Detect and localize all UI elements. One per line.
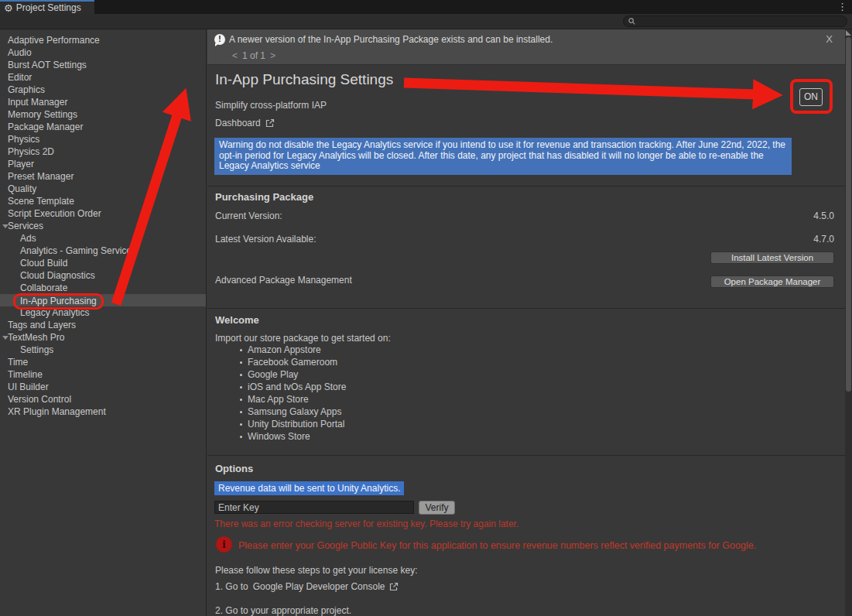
sidebar-item-label: Adaptive Performance (8, 34, 100, 46)
latest-version-value: 4.7.0 (813, 234, 834, 245)
error-info-icon: i (216, 536, 232, 553)
sidebar-item-label-annotated: In-App Purchasing (13, 293, 104, 310)
sidebar-item-cloud-diagnostics[interactable]: Cloud Diagnostics (0, 269, 206, 282)
dashboard-link[interactable]: Dashboard (215, 118, 275, 128)
store-list-item: Unity Distribution Portal (240, 418, 346, 430)
sidebar-item-label: UI Builder (8, 381, 49, 393)
pager-text: 1 of 1 (242, 50, 265, 61)
sidebar-item-analytics-gaming-services[interactable]: Analytics - Gaming Services (0, 245, 206, 257)
toolbar (0, 14, 852, 29)
sidebar-item-package-manager[interactable]: Package Manager (0, 121, 206, 133)
sidebar-item-preset-manager[interactable]: Preset Manager (0, 170, 206, 183)
sidebar-item-memory-settings[interactable]: Memory Settings (0, 108, 206, 121)
page-title: In-App Purchasing Settings (215, 71, 393, 88)
sidebar-item-label: Audio (8, 46, 32, 59)
kebab-menu-icon[interactable]: ⋮ (837, 1, 847, 12)
sidebar-item-physics-2d[interactable]: Physics 2D (0, 145, 206, 158)
legacy-analytics-warning: Warning do not disable the Legacy Analyt… (214, 138, 792, 175)
latest-version-label: Latest Version Available: (215, 234, 317, 245)
pager-prev-button[interactable]: < (232, 50, 238, 61)
sidebar-item-script-execution-order[interactable]: Script Execution Order (0, 207, 206, 220)
sidebar-item-label: Scene Template (8, 195, 74, 207)
sidebar-item-ui-builder[interactable]: UI Builder (0, 381, 206, 393)
open-package-manager-button[interactable]: Open Package Manager (710, 275, 834, 288)
store-list-item: iOS and tvOs App Store (240, 381, 346, 393)
sidebar-item-quality[interactable]: Quality (0, 183, 206, 195)
close-icon[interactable]: X (826, 33, 833, 45)
step-1: 1. Go to Google Play Developer Console (215, 581, 399, 592)
sidebar-item-textmesh-pro[interactable]: TextMesh Pro (0, 331, 206, 344)
separator (207, 455, 845, 456)
sidebar-item-label: Burst AOT Settings (8, 59, 87, 71)
verify-button[interactable]: Verify (419, 501, 455, 515)
sidebar-item-settings[interactable]: Settings (0, 344, 206, 356)
server-error-text: There was an error checking server for e… (214, 518, 518, 529)
gear-icon: ⚙ (4, 3, 13, 13)
sidebar-item-ads[interactable]: Ads (0, 232, 206, 245)
title-bar: ⚙ Project Settings ⋮ (0, 0, 852, 14)
sidebar-item-version-control[interactable]: Version Control (0, 393, 206, 406)
sidebar-item-audio[interactable]: Audio (0, 46, 206, 59)
sidebar-item-label: Script Execution Order (8, 207, 101, 220)
separator (207, 186, 845, 187)
sidebar-item-editor[interactable]: Editor (0, 71, 206, 84)
google-key-input[interactable] (214, 501, 414, 514)
sidebar-item-label: Version Control (8, 393, 71, 406)
pager-next-button[interactable]: > (270, 50, 275, 61)
sidebar-item-label: Input Manager (8, 96, 67, 108)
advanced-package-label: Advanced Package Management (215, 275, 352, 286)
sidebar-item-label: TextMesh Pro (8, 331, 64, 344)
store-list: Amazon AppstoreFacebook GameroomGoogle P… (240, 344, 346, 443)
sidebar-item-physics[interactable]: Physics (0, 133, 206, 145)
section-heading-options: Options (215, 463, 253, 474)
sidebar-item-label: Preset Manager (8, 170, 74, 183)
sidebar-item-adaptive-performance[interactable]: Adaptive Performance (0, 34, 206, 46)
settings-sidebar: Adaptive PerformanceAudioBurst AOT Setti… (0, 29, 207, 616)
search-input[interactable] (635, 17, 842, 26)
welcome-intro: Import our store package to get started … (215, 333, 391, 344)
sidebar-item-in-app-purchasing[interactable]: In-App Purchasing (0, 294, 206, 306)
sidebar-item-services[interactable]: Services (0, 220, 206, 232)
sidebar-item-cloud-build[interactable]: Cloud Build (0, 257, 206, 269)
sidebar-item-tags-and-layers[interactable]: Tags and Layers (0, 319, 206, 331)
sidebar-list: Adaptive PerformanceAudioBurst AOT Setti… (0, 34, 206, 418)
store-list-item: Google Play (240, 368, 346, 381)
sidebar-item-xr-plugin-management[interactable]: XR Plugin Management (0, 406, 206, 418)
search-box[interactable] (623, 15, 847, 27)
sidebar-item-label: Player (8, 158, 34, 170)
sidebar-item-label: Editor (8, 71, 32, 84)
notification-message: A newer version of the In-App Purchasing… (229, 34, 553, 45)
install-latest-version-button[interactable]: Install Latest Version (710, 252, 834, 264)
foldout-triangle-icon[interactable] (2, 336, 9, 340)
sidebar-item-timeline[interactable]: Timeline (0, 368, 206, 381)
sidebar-item-player[interactable]: Player (0, 158, 206, 170)
store-list-item: Amazon Appstore (240, 344, 346, 356)
sidebar-item-label: Physics 2D (8, 145, 54, 158)
subtitle: Simplify cross-platform IAP (215, 100, 327, 111)
current-version-label: Current Version: (215, 210, 282, 221)
vertical-scrollbar (845, 29, 852, 616)
external-link-icon (265, 118, 275, 128)
scrollbar-thumb[interactable] (846, 37, 851, 392)
notification-bar: ! A newer version of the In-App Purchasi… (207, 29, 845, 65)
current-version-value: 4.5.0 (813, 210, 834, 221)
sidebar-item-collaborate[interactable]: Collaborate (0, 282, 206, 294)
sidebar-item-label: Tags and Layers (8, 319, 76, 331)
sidebar-item-burst-aot-settings[interactable]: Burst AOT Settings (0, 59, 206, 71)
step-1-prefix: 1. Go to (215, 581, 248, 592)
foldout-triangle-icon[interactable] (2, 224, 9, 228)
corner-grip-icon (846, 30, 851, 36)
sidebar-item-graphics[interactable]: Graphics (0, 84, 206, 96)
sidebar-item-time[interactable]: Time (0, 356, 206, 368)
sidebar-item-label: Services (8, 220, 43, 232)
google-play-console-link[interactable]: Google Play Developer Console (253, 581, 385, 592)
section-heading-welcome: Welcome (215, 314, 259, 326)
tab-project-settings[interactable]: ⚙ Project Settings (0, 0, 94, 14)
main-panel: ! A newer version of the In-App Purchasi… (207, 29, 845, 616)
google-key-warning: Please enter your Google Public Key for … (238, 540, 756, 551)
sidebar-item-input-manager[interactable]: Input Manager (0, 96, 206, 108)
sidebar-item-scene-template[interactable]: Scene Template (0, 195, 206, 207)
iap-toggle-on-button[interactable]: ON (799, 88, 823, 106)
sidebar-item-label: Cloud Diagnostics (20, 269, 95, 282)
sidebar-item-label: Analytics - Gaming Services (20, 245, 136, 257)
